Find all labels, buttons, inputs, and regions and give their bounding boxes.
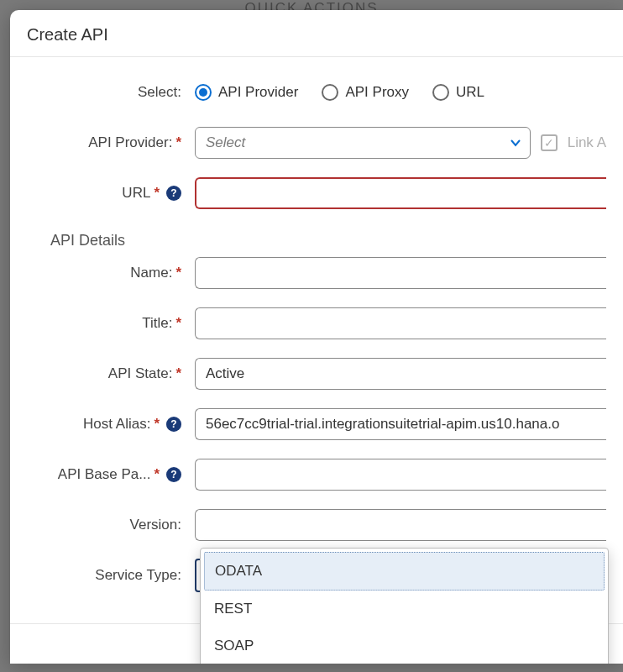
label-service-type: Service Type:: [27, 567, 186, 584]
help-icon[interactable]: ?: [166, 417, 181, 432]
radio-api-provider[interactable]: API Provider: [195, 84, 298, 101]
required-icon: *: [175, 365, 181, 382]
base-path-input[interactable]: [195, 459, 606, 491]
label-title-text: Title:: [142, 315, 172, 332]
radio-api-proxy[interactable]: API Proxy: [322, 84, 409, 101]
dialog-body: Select: API Provider API Proxy URL: [10, 57, 623, 623]
label-service-type-text: Service Type:: [95, 567, 181, 584]
api-provider-select[interactable]: Select: [195, 127, 531, 159]
required-icon: *: [175, 265, 181, 281]
label-api-provider-text: API Provider:: [88, 134, 172, 151]
row-select-type: Select: API Provider API Proxy URL: [10, 76, 623, 109]
row-name: Name: *: [10, 256, 623, 290]
radio-label-api-proxy: API Proxy: [345, 84, 409, 101]
row-base-path: API Base Pa... * ?: [10, 458, 623, 491]
label-api-state: API State: *: [27, 365, 186, 382]
label-select: Select:: [27, 84, 186, 101]
label-api-state-text: API State:: [108, 365, 173, 382]
host-alias-input[interactable]: [195, 408, 606, 440]
row-url: URL * ?: [10, 176, 623, 210]
control-url: [186, 177, 606, 209]
dropdown-item-rest[interactable]: REST: [204, 591, 605, 627]
label-base-path-text: API Base Pa...: [58, 466, 151, 483]
dropdown-item-soap[interactable]: SOAP: [204, 627, 605, 664]
label-url-text: URL: [122, 185, 150, 202]
label-host-alias-text: Host Alias:: [83, 416, 150, 433]
api-provider-placeholder: Select: [206, 134, 245, 151]
row-api-state: API State: *: [10, 357, 623, 391]
label-base-path: API Base Pa... * ?: [27, 466, 186, 483]
label-name: Name: *: [27, 265, 186, 281]
link-api-checkbox[interactable]: ✓: [541, 134, 558, 151]
url-input[interactable]: [195, 177, 606, 209]
control-host-alias: [186, 408, 606, 440]
row-version: Version:: [10, 508, 623, 542]
label-name-text: Name:: [130, 265, 172, 281]
row-host-alias: Host Alias: * ?: [10, 407, 623, 441]
required-icon: *: [154, 416, 160, 433]
label-title: Title: *: [27, 315, 186, 332]
control-api-provider: Select ✓ Link A: [186, 127, 606, 159]
radio-circle-icon: [432, 84, 449, 101]
required-icon: *: [154, 466, 160, 483]
control-name: [186, 257, 606, 289]
name-input[interactable]: [195, 257, 606, 289]
radio-url[interactable]: URL: [432, 84, 484, 101]
control-base-path: [186, 459, 606, 491]
radio-label-api-provider: API Provider: [218, 84, 298, 101]
create-api-dialog: Create API Select: API Provider API Prox…: [10, 10, 623, 664]
title-input[interactable]: [195, 307, 606, 339]
dialog-title: Create API: [10, 10, 623, 57]
section-api-details: API Details: [10, 227, 623, 256]
help-icon[interactable]: ?: [166, 186, 181, 201]
radio-circle-icon: [322, 84, 338, 101]
chevron-down-icon: [510, 137, 521, 149]
service-type-dropdown: ODATA REST SOAP: [200, 548, 609, 664]
required-icon: *: [154, 185, 160, 202]
label-select-text: Select:: [138, 84, 181, 101]
dropdown-item-odata[interactable]: ODATA: [204, 552, 605, 591]
radio-group-select: API Provider API Proxy URL: [186, 84, 606, 101]
radio-circle-icon: [195, 84, 212, 101]
control-version: [186, 509, 606, 541]
api-state-input[interactable]: [195, 358, 606, 390]
row-title: Title: *: [10, 307, 623, 340]
label-api-provider: API Provider: *: [27, 134, 186, 151]
row-api-provider: API Provider: * Select ✓ Link A: [10, 126, 623, 160]
label-version: Version:: [27, 517, 186, 533]
required-icon: *: [175, 315, 181, 332]
control-api-state: [186, 358, 606, 390]
help-icon[interactable]: ?: [166, 467, 181, 482]
link-api-label: Link A: [568, 134, 606, 151]
label-host-alias: Host Alias: * ?: [27, 416, 186, 433]
radio-label-url: URL: [456, 84, 484, 101]
label-version-text: Version:: [130, 517, 181, 533]
required-icon: *: [175, 134, 181, 151]
label-url: URL * ?: [27, 185, 186, 202]
version-input[interactable]: [195, 509, 606, 541]
control-title: [186, 307, 606, 339]
